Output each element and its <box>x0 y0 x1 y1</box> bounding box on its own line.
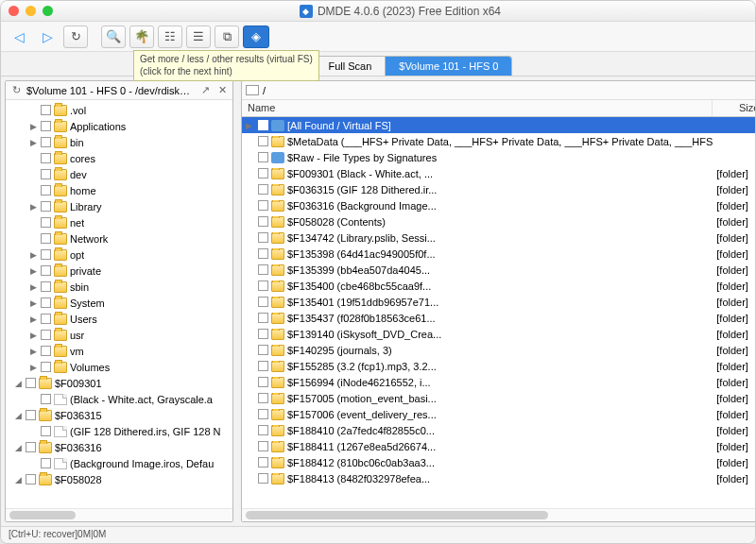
tree-row[interactable]: cores <box>6 150 232 166</box>
tree-row[interactable]: ◢$F036315 <box>6 407 232 423</box>
checkbox[interactable] <box>258 377 268 387</box>
checkbox[interactable] <box>258 345 268 355</box>
col-size[interactable]: Size <box>713 100 756 116</box>
checkbox[interactable] <box>258 136 268 146</box>
tree-row[interactable]: ▶private <box>6 263 232 279</box>
checkbox[interactable] <box>41 233 51 244</box>
checkbox[interactable] <box>258 200 268 211</box>
tree-row[interactable]: ◢$F036316 <box>6 439 232 455</box>
checkbox[interactable] <box>41 346 51 356</box>
checkbox[interactable] <box>258 473 268 484</box>
expand-icon[interactable]: ◢ <box>13 411 23 420</box>
checkbox[interactable] <box>258 120 268 130</box>
tree-row[interactable]: ▶Library <box>6 198 232 214</box>
col-name[interactable]: Name <box>242 100 713 116</box>
expand-icon[interactable]: ▶ <box>28 331 38 340</box>
expand-icon[interactable]: ▶ <box>28 202 38 212</box>
expand-icon[interactable]: ▶ <box>28 363 38 372</box>
checkbox[interactable] <box>41 265 51 276</box>
checkbox[interactable] <box>41 394 51 404</box>
checkbox[interactable] <box>41 105 51 115</box>
list-row[interactable]: $F188410 (2a7fedc4f82855c0...[folder]453… <box>242 422 756 438</box>
checkbox[interactable] <box>258 441 268 451</box>
palm-button[interactable]: 🌴 <box>129 26 154 48</box>
list-row[interactable]: $F135398 (64d41ac949005f0f...[folder]479… <box>242 246 756 262</box>
checkbox[interactable] <box>258 184 268 195</box>
tree-row[interactable]: ▶System <box>6 295 232 311</box>
expand-icon[interactable]: ▶ <box>28 314 38 324</box>
zoom-search-button[interactable]: 🔍 <box>101 26 126 48</box>
list-row[interactable]: $F140295 (journals, 3)[folder]1828275 <box>242 342 756 358</box>
list-row[interactable]: $Raw - File Types by Signatures <box>242 149 756 165</box>
tree-row[interactable]: ▶sbin <box>6 279 232 295</box>
tree-row[interactable]: (Black - White.act, Grayscale.a <box>6 391 232 407</box>
tree-scrollbar[interactable] <box>6 508 232 521</box>
list-row[interactable]: $F139140 (iSkysoft_DVD_Crea...[folder]17… <box>242 326 756 342</box>
tree-row[interactable]: ▶Applications <box>6 118 232 134</box>
checkbox[interactable] <box>41 137 51 147</box>
tree-row[interactable]: ▶usr <box>6 327 232 343</box>
checkbox[interactable] <box>258 216 268 227</box>
maximize-pane-icon[interactable]: ↗ <box>198 84 212 96</box>
list-row[interactable]: $F036316 (Background Image...[folder]110… <box>242 197 756 213</box>
checkbox[interactable] <box>258 329 268 339</box>
checkbox[interactable] <box>258 393 268 403</box>
checkbox[interactable] <box>26 410 36 420</box>
expand-icon[interactable]: ▶ <box>28 138 38 147</box>
list-row[interactable]: $F135400 (cbe468bc55caa9f...[folder]4790… <box>242 278 756 294</box>
expand-icon[interactable]: ▶ <box>28 298 38 308</box>
tree-row[interactable]: net <box>6 214 232 230</box>
expand-icon[interactable]: ▶ <box>28 250 38 260</box>
list-row[interactable]: $F058028 (Contents)[folder]306305 <box>242 213 756 230</box>
checkbox[interactable] <box>41 249 51 260</box>
filter-button[interactable]: ⧉ <box>215 26 239 48</box>
checkbox[interactable] <box>258 425 268 435</box>
checkbox[interactable] <box>26 474 36 484</box>
checkbox[interactable] <box>26 378 36 388</box>
checkbox[interactable] <box>41 185 51 196</box>
expand-icon[interactable]: ▶ <box>28 266 38 276</box>
list-row[interactable]: $F009301 (Black - White.act, ...[folder]… <box>242 165 756 181</box>
expand-icon[interactable]: ◢ <box>13 379 23 388</box>
list-row[interactable]: $F135399 (bb4ea507da4045...[folder]47903… <box>242 262 756 278</box>
checkbox[interactable] <box>26 442 36 452</box>
tree-row[interactable]: ◢$F009301 <box>6 375 232 391</box>
checkbox-all[interactable] <box>246 85 259 95</box>
checkbox[interactable] <box>258 409 268 419</box>
expand-icon[interactable]: ◢ <box>13 475 23 484</box>
checkbox[interactable] <box>41 362 51 372</box>
close-icon[interactable] <box>9 6 19 16</box>
list-row[interactable]: $F188412 (810bc06c0ab3aa3...[folder]4533… <box>242 454 756 470</box>
file-list[interactable]: ▶[All Found / Virtual FS]$MetaData (___H… <box>242 117 756 508</box>
checkbox[interactable] <box>41 201 51 212</box>
tree-row[interactable]: (Background Image.iros, Defau <box>6 455 232 471</box>
tree-row[interactable]: .vol <box>6 102 232 118</box>
checkbox[interactable] <box>41 330 51 340</box>
list-row[interactable]: $F157005 (motion_event_basi...[folder]44… <box>242 390 756 406</box>
tree-row[interactable]: Network <box>6 230 232 246</box>
expand-icon[interactable]: ▶ <box>28 347 38 356</box>
checkbox[interactable] <box>258 152 268 162</box>
checkbox[interactable] <box>41 314 51 324</box>
tree-row[interactable]: ▶bin <box>6 134 232 150</box>
checkbox[interactable] <box>41 153 51 163</box>
tab--volume-101-hfs-0[interactable]: $Volume 101 - HFS 0 <box>386 57 511 76</box>
tab-full-scan[interactable]: Full Scan <box>315 57 386 76</box>
checkbox[interactable] <box>258 264 268 275</box>
tree-row[interactable]: home <box>6 182 232 198</box>
tree-row[interactable]: ▶vm <box>6 343 232 359</box>
checkbox[interactable] <box>41 298 51 308</box>
list-scrollbar[interactable] <box>242 508 756 521</box>
expand-icon[interactable]: ▶ <box>28 282 38 292</box>
checkbox[interactable] <box>41 281 51 292</box>
folder-tree[interactable]: .vol▶Applications▶bincoresdevhome▶Librar… <box>6 100 232 508</box>
list-row[interactable]: $F135401 (19f51ddb96957e71...[folder]479… <box>242 294 756 310</box>
back-button[interactable]: ◁ <box>7 26 31 48</box>
checkbox[interactable] <box>258 248 268 259</box>
checkbox[interactable] <box>258 232 268 243</box>
checkbox[interactable] <box>41 169 51 179</box>
checkbox[interactable] <box>41 458 51 468</box>
checkbox[interactable] <box>41 121 51 131</box>
tree-row[interactable]: ▶opt <box>6 246 232 263</box>
list-row[interactable]: $F135437 (f028f0b18563ce61...[folder]490… <box>242 310 756 326</box>
